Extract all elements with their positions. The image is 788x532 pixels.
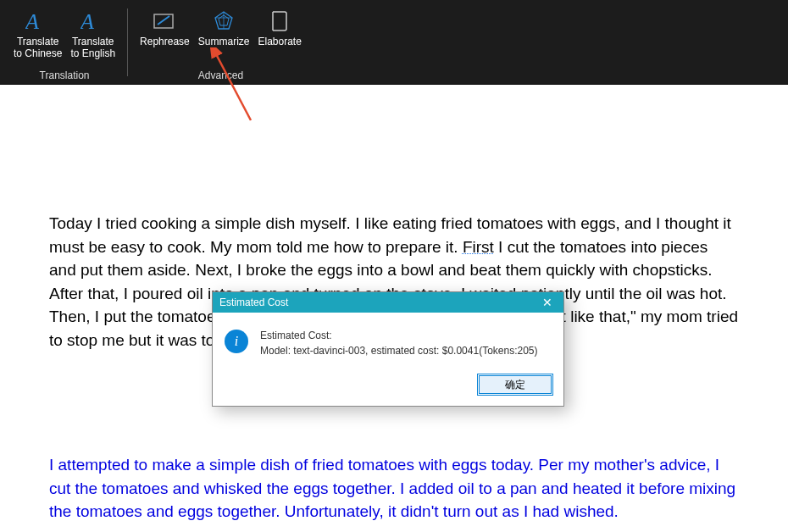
elaborate-icon xyxy=(269,7,290,36)
dialog-title-text: Estimated Cost xyxy=(219,296,288,308)
button-label: Rephrease xyxy=(140,36,190,47)
translate-icon: A xyxy=(80,7,106,36)
summarize-button[interactable]: Summarize xyxy=(195,5,253,47)
dialog-body: i Estimated Cost: Model: text-davinci-00… xyxy=(213,313,563,367)
summarize-icon xyxy=(212,7,236,36)
dialog-message: Estimated Cost: Model: text-davinci-003,… xyxy=(260,328,538,358)
button-label-line2: to English xyxy=(70,47,115,59)
ribbon-group-translation: A Translate to Chinese A Translate to En… xyxy=(7,5,122,81)
dialog-titlebar[interactable]: Estimated Cost ✕ xyxy=(213,292,563,313)
dialog-footer: 确定 xyxy=(213,367,563,406)
rephrase-button[interactable]: Rephrease xyxy=(136,5,193,47)
button-label: Elaborate xyxy=(258,36,301,47)
translate-to-english-button[interactable]: A Translate to English xyxy=(67,5,119,60)
button-label: Summarize xyxy=(198,36,250,47)
ribbon-toolbar: A Translate to Chinese A Translate to En… xyxy=(0,0,788,85)
translate-icon: A xyxy=(25,7,51,36)
ribbon-group-label: Advanced xyxy=(133,69,308,81)
generated-paragraph[interactable]: I attempted to make a simple dish of fri… xyxy=(49,453,739,524)
elaborate-button[interactable]: Elaborate xyxy=(254,5,304,47)
svg-text:A: A xyxy=(25,10,39,32)
button-label-line1: Translate xyxy=(17,36,59,47)
dialog-line2: Model: text-davinci-003, estimated cost:… xyxy=(260,343,538,358)
ok-button[interactable]: 确定 xyxy=(479,375,552,394)
estimated-cost-dialog: Estimated Cost ✕ i Estimated Cost: Model… xyxy=(212,291,564,407)
close-icon[interactable]: ✕ xyxy=(536,296,558,308)
ribbon-group-label: Translation xyxy=(7,69,122,81)
spellcheck-word[interactable]: First xyxy=(463,238,494,256)
ribbon-separator xyxy=(127,8,128,76)
button-label-line1: Translate xyxy=(72,36,114,47)
info-icon: i xyxy=(225,330,248,353)
ribbon-group-advanced: Rephrease Summarize xyxy=(133,5,308,81)
svg-text:A: A xyxy=(80,10,94,32)
edit-icon xyxy=(153,7,176,36)
dialog-line1: Estimated Cost: xyxy=(260,328,538,343)
button-label-line2: to Chinese xyxy=(14,47,62,59)
translate-to-chinese-button[interactable]: A Translate to Chinese xyxy=(10,5,65,60)
